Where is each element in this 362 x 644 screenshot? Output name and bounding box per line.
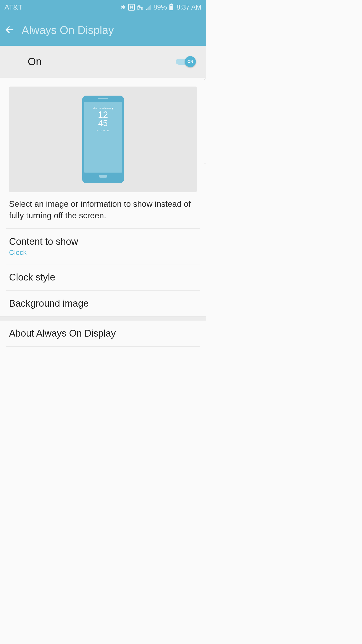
signal-icon [145, 5, 151, 10]
master-toggle-row[interactable]: On ON [0, 46, 206, 77]
preview-card: Thu, 16 Feb 84% ▮ 12 45 ✕ 12 ✉ 26 [9, 87, 197, 192]
page-title: Always On Display [22, 24, 114, 36]
network-icon: 4GLTE [137, 5, 143, 10]
app-bar: Always On Display [0, 15, 206, 46]
master-toggle[interactable]: ON [174, 56, 196, 67]
phone-mock-icon: Thu, 16 Feb 84% ▮ 12 45 ✕ 12 ✉ 26 [82, 96, 124, 183]
item-title: About Always On Display [9, 328, 197, 339]
carrier-label: AT&T [5, 3, 22, 11]
divider [6, 346, 200, 347]
preview-hour: 12 [84, 111, 122, 119]
item-about[interactable]: About Always On Display [0, 320, 206, 346]
back-icon[interactable] [5, 25, 15, 36]
content-area: Thu, 16 Feb 84% ▮ 12 45 ✕ 12 ✉ 26 Select… [0, 87, 206, 347]
battery-icon [169, 4, 173, 10]
item-background-image[interactable]: Background image [0, 291, 206, 316]
toggle-thumb: ON [185, 56, 196, 67]
item-content-to-show[interactable]: Content to show Clock [0, 229, 206, 264]
clock-label: 8:37 AM [176, 4, 201, 11]
item-subtitle: Clock [9, 249, 197, 257]
battery-percent: 89% [153, 4, 167, 11]
preview-notif: ✕ 12 ✉ 26 [84, 129, 122, 132]
status-right: ✱ N 4GLTE 89% 8:37 AM [121, 4, 201, 11]
bluetooth-icon: ✱ [121, 4, 126, 11]
nfc-icon: N [128, 4, 135, 11]
scrollbar[interactable] [204, 78, 206, 164]
item-title: Clock style [9, 272, 197, 283]
preview-date: Thu, 16 Feb 84% ▮ [84, 107, 122, 110]
description-text: Select an image or information to show i… [0, 198, 206, 228]
item-clock-style[interactable]: Clock style [0, 264, 206, 290]
item-title: Background image [9, 298, 197, 309]
section-gap [0, 316, 206, 320]
item-title: Content to show [9, 236, 197, 247]
status-bar: AT&T ✱ N 4GLTE 89% 8:37 AM [0, 0, 206, 15]
preview-minute: 45 [84, 119, 122, 127]
master-toggle-label: On [28, 56, 42, 68]
